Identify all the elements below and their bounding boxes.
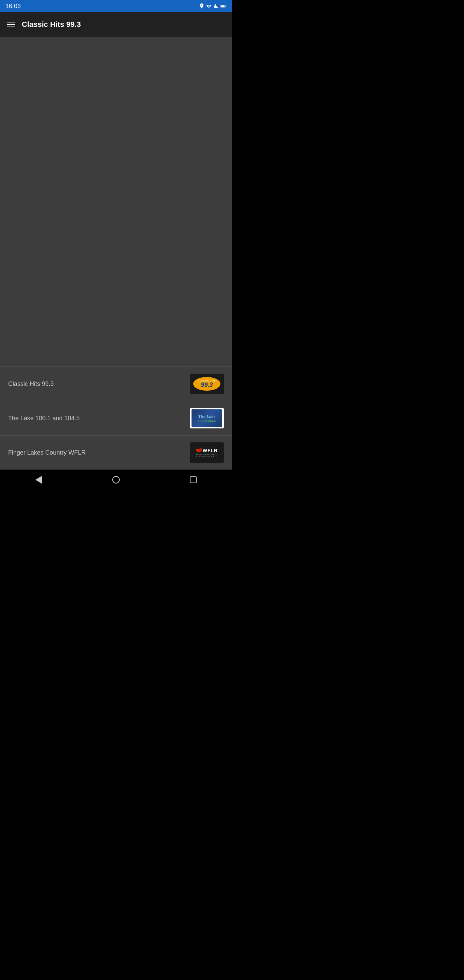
- status-time: 16:06: [5, 3, 21, 10]
- classic-hits-oval: CLASSIC HITS 99.3: [193, 377, 221, 391]
- battery-icon: [221, 4, 227, 8]
- location-icon: [199, 3, 204, 9]
- wflr-freq-text: 96.1 96.9 101.9 1570: [195, 455, 218, 458]
- svg-rect-1: [225, 6, 226, 7]
- svg-rect-2: [221, 5, 224, 7]
- station-item-the-lake[interactable]: The Lake 100.1 and 104.5 The Lake 100.1/…: [0, 401, 232, 435]
- station-name-classic-hits: Classic Hits 99.3: [8, 380, 54, 388]
- hamburger-line-1: [7, 22, 15, 22]
- status-icons: [199, 3, 227, 9]
- station-logo-wflr: WFLR Finger Lakes Country 96.1 96.9 101.…: [190, 442, 224, 463]
- station-item-wflr[interactable]: Finger Lakes Country WFLR WFLR Finger La…: [0, 435, 232, 469]
- station-list: Classic Hits 99.3 CLASSIC HITS 99.3 The …: [0, 366, 232, 469]
- nav-bar: [0, 469, 232, 490]
- recent-icon: [190, 476, 197, 483]
- hamburger-line-3: [7, 27, 15, 27]
- wflr-call-letters: WFLR: [203, 448, 218, 453]
- app-bar: Classic Hits 99.3: [0, 12, 232, 37]
- signal-icon: [214, 4, 218, 8]
- main-content: Classic Hits 99.3 CLASSIC HITS 99.3 The …: [0, 37, 232, 469]
- home-button[interactable]: [106, 473, 126, 487]
- classic-hits-oval-number: 99.3: [198, 382, 216, 388]
- wflr-top-row: WFLR: [196, 448, 218, 453]
- menu-button[interactable]: [7, 22, 15, 27]
- wflr-swoosh: [195, 448, 202, 453]
- app-bar-title: Classic Hits 99.3: [22, 20, 81, 29]
- station-logo-the-lake: The Lake 100.1/104.5: [190, 408, 224, 428]
- station-logo-classic-hits: CLASSIC HITS 99.3: [190, 374, 224, 394]
- the-lake-title-text: The Lake: [198, 414, 216, 419]
- the-lake-logo-inner: The Lake 100.1/104.5: [192, 409, 222, 427]
- station-item-classic-hits[interactable]: Classic Hits 99.3 CLASSIC HITS 99.3: [0, 366, 232, 401]
- station-name-wflr: Finger Lakes Country WFLR: [8, 449, 86, 456]
- the-lake-freq-text: 100.1/104.5: [198, 419, 216, 423]
- hero-area: [0, 37, 232, 366]
- home-icon: [112, 476, 120, 484]
- wifi-icon: [206, 4, 211, 8]
- station-name-the-lake: The Lake 100.1 and 104.5: [8, 415, 79, 422]
- status-bar: 16:06: [0, 0, 232, 12]
- wflr-logo-inner: WFLR Finger Lakes Country 96.1 96.9 101.…: [192, 444, 222, 461]
- back-icon: [35, 476, 42, 484]
- hamburger-line-2: [7, 24, 15, 25]
- recent-button[interactable]: [183, 473, 203, 487]
- back-button[interactable]: [29, 473, 49, 487]
- classic-hits-logo-inner: CLASSIC HITS 99.3: [192, 375, 222, 393]
- classic-hits-oval-sub: CLASSIC HITS: [198, 380, 216, 382]
